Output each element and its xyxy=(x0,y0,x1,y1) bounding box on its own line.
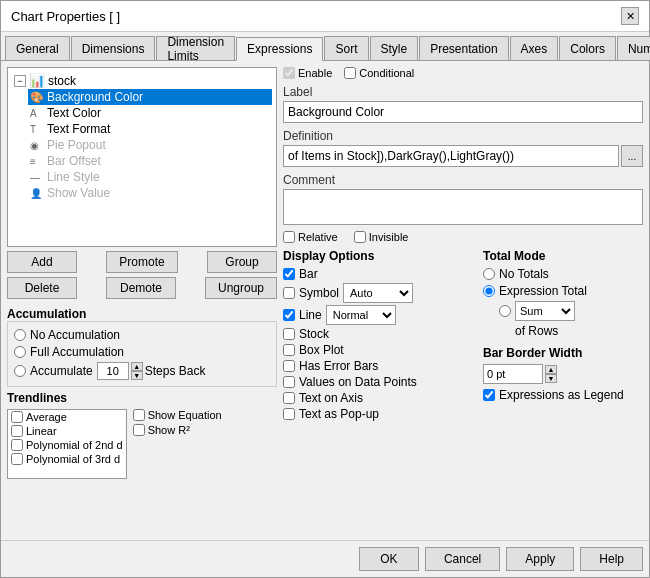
tree-item-text-color[interactable]: A Text Color xyxy=(28,105,272,121)
enable-row: Enable Conditional xyxy=(283,67,643,79)
line-checkbox[interactable] xyxy=(283,309,295,321)
apply-button[interactable]: Apply xyxy=(506,547,574,571)
tree-root[interactable]: − 📊 stock xyxy=(12,72,272,89)
expression-total-option[interactable]: Expression Total xyxy=(483,284,643,298)
ungroup-button[interactable]: Ungroup xyxy=(205,277,277,299)
show-equation-checkbox[interactable] xyxy=(133,409,145,421)
symbol-checkbox[interactable] xyxy=(283,287,295,299)
text-on-axis-option[interactable]: Text on Axis xyxy=(283,391,477,405)
values-on-data-points-checkbox[interactable] xyxy=(283,376,295,388)
tab-sort[interactable]: Sort xyxy=(324,36,368,60)
label-section: Label xyxy=(283,85,643,123)
tab-expressions[interactable]: Expressions xyxy=(236,37,323,61)
conditional-option[interactable]: Conditional xyxy=(344,67,414,79)
expressions-legend-checkbox[interactable] xyxy=(483,389,495,401)
tab-colors[interactable]: Colors xyxy=(559,36,616,60)
cancel-button[interactable]: Cancel xyxy=(425,547,500,571)
trend-average-checkbox[interactable] xyxy=(11,411,23,423)
text-as-popup-option[interactable]: Text as Pop-up xyxy=(283,407,477,421)
values-on-data-points-option[interactable]: Values on Data Points xyxy=(283,375,477,389)
trend-poly2-checkbox[interactable] xyxy=(11,439,23,451)
trend-item-poly3[interactable]: Polynomial of 3rd d xyxy=(8,452,126,466)
no-totals-radio[interactable] xyxy=(483,268,495,280)
demote-button[interactable]: Demote xyxy=(106,277,176,299)
steps-up-button[interactable]: ▲ xyxy=(131,362,143,371)
steps-down-button[interactable]: ▼ xyxy=(131,371,143,380)
tab-number[interactable]: Number xyxy=(617,36,650,60)
bar-border-up-button[interactable]: ▲ xyxy=(545,365,557,374)
trend-item-linear[interactable]: Linear xyxy=(8,424,126,438)
tab-bar: General Dimensions Dimension Limits Expr… xyxy=(1,32,649,61)
bar-border-input[interactable] xyxy=(483,364,543,384)
ok-button[interactable]: OK xyxy=(359,547,419,571)
accumulation-radio-group: No Accumulation Full Accumulation Accumu… xyxy=(14,328,270,380)
tree-item-pie-popout[interactable]: ◉ Pie Popout xyxy=(28,137,272,153)
full-accumulation-option[interactable]: Full Accumulation xyxy=(14,345,270,359)
display-options-title: Display Options xyxy=(283,249,477,263)
delete-button[interactable]: Delete xyxy=(7,277,77,299)
conditional-checkbox[interactable] xyxy=(344,67,356,79)
tab-style[interactable]: Style xyxy=(370,36,419,60)
steps-input[interactable] xyxy=(97,362,129,380)
tree-item-show-value[interactable]: 👤 Show Value xyxy=(28,185,272,201)
has-error-bars-checkbox[interactable] xyxy=(283,360,295,372)
invisible-checkbox[interactable] xyxy=(354,231,366,243)
sum-select[interactable]: Sum Avg Min Max xyxy=(515,301,575,321)
text-on-axis-checkbox[interactable] xyxy=(283,392,295,404)
accumulate-label: Accumulate xyxy=(30,364,93,378)
group-button[interactable]: Group xyxy=(207,251,277,273)
tree-item-bar-offset[interactable]: ≡ Bar Offset xyxy=(28,153,272,169)
accumulation-box: No Accumulation Full Accumulation Accumu… xyxy=(7,321,277,387)
tab-dimensions[interactable]: Dimensions xyxy=(71,36,156,60)
no-accumulation-radio[interactable] xyxy=(14,329,26,341)
box-plot-checkbox[interactable] xyxy=(283,344,295,356)
show-r2-checkbox[interactable] xyxy=(133,424,145,436)
tab-general[interactable]: General xyxy=(5,36,70,60)
bar-checkbox[interactable] xyxy=(283,268,295,280)
stock-checkbox[interactable] xyxy=(283,328,295,340)
expressions-legend-option[interactable]: Expressions as Legend xyxy=(483,388,643,402)
bar-option[interactable]: Bar xyxy=(283,267,477,281)
no-totals-option[interactable]: No Totals xyxy=(483,267,643,281)
trend-poly3-checkbox[interactable] xyxy=(11,453,23,465)
symbol-select[interactable]: Auto Circle Square xyxy=(343,283,413,303)
line-select[interactable]: Normal Dashed Dotted xyxy=(326,305,396,325)
trendlines-list[interactable]: Average Linear Polynomial of 2nd d xyxy=(7,409,127,479)
label-input[interactable] xyxy=(283,101,643,123)
tab-presentation[interactable]: Presentation xyxy=(419,36,508,60)
enable-checkbox[interactable] xyxy=(283,67,295,79)
text-as-popup-checkbox[interactable] xyxy=(283,408,295,420)
help-button[interactable]: Help xyxy=(580,547,643,571)
relative-option[interactable]: Relative xyxy=(283,231,338,243)
no-accumulation-option[interactable]: No Accumulation xyxy=(14,328,270,342)
promote-button[interactable]: Promote xyxy=(106,251,177,273)
tree-item-text-format[interactable]: T Text Format xyxy=(28,121,272,137)
enable-option[interactable]: Enable xyxy=(283,67,332,79)
definition-input[interactable] xyxy=(283,145,619,167)
add-button[interactable]: Add xyxy=(7,251,77,273)
tab-dimension-limits[interactable]: Dimension Limits xyxy=(156,36,235,60)
tree-item-background-color[interactable]: 🎨 Background Color xyxy=(28,89,272,105)
full-accumulation-radio[interactable] xyxy=(14,346,26,358)
tree-expand-icon[interactable]: − xyxy=(14,75,26,87)
invisible-option[interactable]: Invisible xyxy=(354,231,409,243)
trend-item-poly2[interactable]: Polynomial of 2nd d xyxy=(8,438,126,452)
accumulate-radio[interactable] xyxy=(14,365,26,377)
close-button[interactable]: ✕ xyxy=(621,7,639,25)
trend-item-average[interactable]: Average xyxy=(8,410,126,424)
definition-expand-button[interactable]: ... xyxy=(621,145,643,167)
sum-radio[interactable] xyxy=(499,305,511,317)
box-plot-option[interactable]: Box Plot xyxy=(283,343,477,357)
comment-input[interactable] xyxy=(283,189,643,225)
show-r2-option[interactable]: Show R² xyxy=(133,424,222,436)
stock-option[interactable]: Stock xyxy=(283,327,477,341)
has-error-bars-option[interactable]: Has Error Bars xyxy=(283,359,477,373)
expression-total-radio[interactable] xyxy=(483,285,495,297)
tab-axes[interactable]: Axes xyxy=(510,36,559,60)
steps-spinner: ▲ ▼ Steps Back xyxy=(97,362,206,380)
relative-checkbox[interactable] xyxy=(283,231,295,243)
bar-border-down-button[interactable]: ▼ xyxy=(545,374,557,383)
trend-linear-checkbox[interactable] xyxy=(11,425,23,437)
show-equation-option[interactable]: Show Equation xyxy=(133,409,222,421)
tree-item-line-style[interactable]: — Line Style xyxy=(28,169,272,185)
